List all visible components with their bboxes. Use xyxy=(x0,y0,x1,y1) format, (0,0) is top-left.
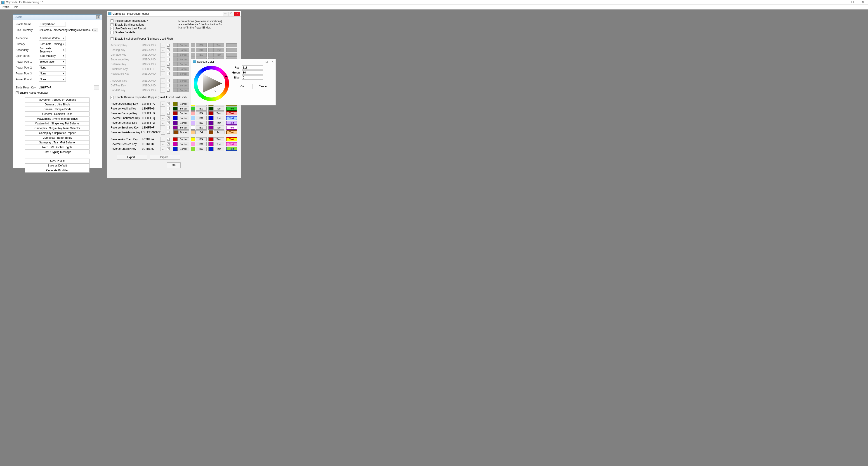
binds-reset-key-set-button[interactable]: ... xyxy=(94,85,99,90)
rev-check-3[interactable]: ✓ xyxy=(167,117,169,119)
rev-bg-swatch-2[interactable] xyxy=(191,111,195,115)
export-button[interactable]: Export... xyxy=(117,155,147,160)
rev2-text-button-1[interactable]: Text xyxy=(213,142,224,146)
rev-setkey-6[interactable]: ... xyxy=(161,130,165,135)
fwd-check-2[interactable]: ✓ xyxy=(167,53,169,56)
fwd2-border-button-2[interactable]: Border xyxy=(178,88,189,92)
rev2-border-swatch-1[interactable] xyxy=(173,142,178,146)
rev2-bg-button-0[interactable]: BG xyxy=(196,137,207,141)
blue-input[interactable] xyxy=(242,75,263,80)
rev-text-swatch-6[interactable] xyxy=(209,130,213,134)
rev-border-button-3[interactable]: Border xyxy=(178,116,189,120)
rev-border-swatch-2[interactable] xyxy=(173,111,178,115)
gameplay-minimize-button[interactable]: — xyxy=(223,12,228,16)
rev-border-swatch-3[interactable] xyxy=(173,116,178,120)
opt-checkbox-2[interactable]: ✓ xyxy=(111,27,114,30)
fwd2-setkey-2[interactable]: ... xyxy=(160,88,165,92)
fwd2-setkey-0[interactable]: ... xyxy=(160,79,165,83)
rev-bg-button-2[interactable]: BG xyxy=(196,111,207,115)
opt-checkbox-1[interactable]: ✓ xyxy=(111,23,114,26)
rev-setkey-3[interactable]: ... xyxy=(160,116,165,120)
menu-help[interactable]: Help xyxy=(13,5,18,8)
rev-border-swatch-5[interactable] xyxy=(173,125,178,129)
fwd-text-swatch-2[interactable] xyxy=(209,53,213,57)
rev2-border-swatch-2[interactable] xyxy=(173,147,178,151)
rev2-text-swatch-2[interactable] xyxy=(209,147,213,151)
enable-reverse-popper-checkbox[interactable]: ✓ xyxy=(111,96,114,99)
rev2-bg-button-2[interactable]: BG xyxy=(196,147,207,151)
fwd2-border-button-1[interactable]: Border xyxy=(178,84,189,88)
rev-border-button-5[interactable]: Border xyxy=(178,125,189,129)
profile-close-button[interactable]: x xyxy=(96,16,100,19)
rev-bg-swatch-4[interactable] xyxy=(191,121,195,125)
colorpicker-maximize-button[interactable]: ☐ xyxy=(266,60,268,63)
fwd-border-swatch-0[interactable] xyxy=(173,43,178,47)
fwd-setkey-3[interactable]: ... xyxy=(160,57,165,62)
rev2-check-1[interactable]: ✓ xyxy=(167,143,169,145)
fwd-setkey-2[interactable]: ... xyxy=(160,53,165,57)
rev2-bg-swatch-2[interactable] xyxy=(191,147,195,151)
fwd-check-1[interactable]: ✓ xyxy=(167,49,169,51)
field-combo-1[interactable]: Fortunata Training▼ xyxy=(39,42,66,47)
field-combo-0[interactable]: Arachnos Widow▼ xyxy=(39,36,66,40)
fwd-border-button-5[interactable]: Border xyxy=(178,67,189,71)
field-combo-5[interactable]: None▼ xyxy=(39,65,66,70)
rev-border-button-6[interactable]: Border xyxy=(178,130,189,134)
fwd-check-4[interactable]: ✓ xyxy=(167,63,169,66)
red-input[interactable] xyxy=(242,65,263,70)
rev-check-1[interactable]: ✓ xyxy=(167,107,169,110)
field-combo-6[interactable]: None▼ xyxy=(39,71,66,76)
colorpicker-cancel-button[interactable]: Cancel xyxy=(253,84,273,89)
fwd-border-button-2[interactable]: Border xyxy=(178,53,189,57)
rev-bg-swatch-6[interactable] xyxy=(191,130,195,134)
rev-check-4[interactable]: ✓ xyxy=(167,121,169,124)
rev-bg-button-4[interactable]: BG xyxy=(196,121,207,125)
fwd-setkey-4[interactable]: ... xyxy=(160,62,165,66)
rev2-bg-button-1[interactable]: BG xyxy=(196,142,207,146)
opt-checkbox-3[interactable] xyxy=(111,31,114,34)
rev-text-swatch-2[interactable] xyxy=(209,111,213,115)
rev2-bg-swatch-1[interactable] xyxy=(191,142,195,146)
field-combo-2[interactable]: Fortunata Teamwork▼ xyxy=(39,48,66,52)
module-button-0[interactable]: Movement : Speed on Demand xyxy=(25,97,90,102)
fwd-bg-swatch-1[interactable] xyxy=(191,48,195,52)
rev-border-button-0[interactable]: Border xyxy=(178,102,189,106)
fwd2-border-swatch-0[interactable] xyxy=(173,79,178,83)
rev-check-5[interactable]: ✓ xyxy=(167,126,169,129)
gameplay-close-button[interactable]: ✕ xyxy=(235,12,240,16)
rev2-check-0[interactable]: ✓ xyxy=(167,138,169,141)
fwd-check-6[interactable]: ✓ xyxy=(167,72,169,75)
colorpicker-close-button[interactable]: ✕ xyxy=(272,60,274,63)
rev-border-swatch-0[interactable] xyxy=(173,102,178,106)
color-wheel[interactable] xyxy=(193,65,229,101)
fwd-text-button-1[interactable]: Text xyxy=(213,48,224,52)
rev-text-button-2[interactable]: Text xyxy=(213,111,224,115)
rev-border-swatch-4[interactable] xyxy=(173,121,178,125)
module-button-9[interactable]: Gameplay : Team/Pet Selector xyxy=(25,140,90,145)
field-combo-4[interactable]: Teleportation▼ xyxy=(39,59,66,64)
rev2-setkey-2[interactable]: ... xyxy=(160,147,165,151)
bind-directory-browse-button[interactable]: ... xyxy=(93,28,98,32)
module-button-5[interactable]: Mastermind : Single Key Pet Selector xyxy=(25,121,90,126)
rev-check-0[interactable]: ✓ xyxy=(167,102,169,105)
rev-check-2[interactable]: ✓ xyxy=(167,112,169,115)
fwd-check-0[interactable]: ✓ xyxy=(167,43,169,47)
gameplay-maximize-button[interactable]: ☐ xyxy=(228,12,234,16)
fwd-setkey-6[interactable]: ... xyxy=(160,71,165,76)
colorpicker-minimize-button[interactable]: — xyxy=(259,60,262,63)
rev-text-button-1[interactable]: Text xyxy=(213,107,224,111)
fwd-text-button-0[interactable]: Text xyxy=(213,43,224,47)
rev2-border-swatch-0[interactable] xyxy=(173,137,178,141)
module-button-11[interactable]: Chat : Typing Message xyxy=(25,150,90,154)
fwd-setkey-5[interactable]: ... xyxy=(160,67,165,71)
fwd2-check-1[interactable]: ✓ xyxy=(167,84,169,87)
rev-border-swatch-6[interactable] xyxy=(174,130,178,134)
rev2-bg-swatch-0[interactable] xyxy=(191,137,195,141)
enable-popper-checkbox[interactable] xyxy=(111,37,114,40)
module-button-2[interactable]: General : Simple Binds xyxy=(25,107,90,112)
fwd-border-swatch-1[interactable] xyxy=(173,48,178,52)
action-button-0[interactable]: Save Profile xyxy=(25,158,90,163)
fwd-border-button-4[interactable]: Border xyxy=(178,62,189,66)
rev2-check-2[interactable]: ✓ xyxy=(167,147,169,150)
rev2-text-swatch-1[interactable] xyxy=(209,142,213,146)
